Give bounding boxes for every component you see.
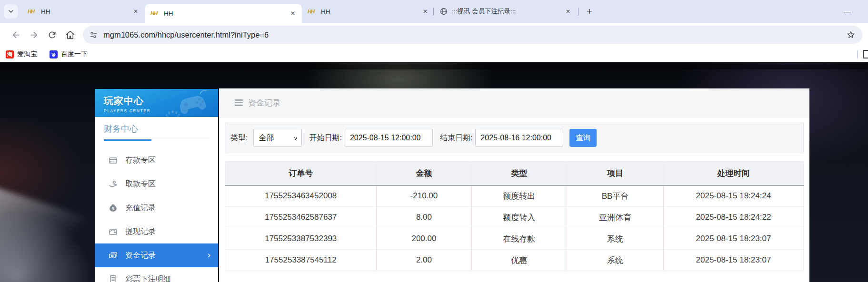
funds-icon <box>108 251 118 260</box>
column-header: 项目 <box>567 162 664 185</box>
chevron-down-icon <box>8 9 14 14</box>
column-header: 订单号 <box>225 162 377 185</box>
page-title: 资金记录 <box>248 97 280 108</box>
table-cell: 2025-08-15 18:23:07 <box>663 228 803 250</box>
type-select-value: 全部 <box>259 133 274 143</box>
browser-tab[interactable]: HH HH ✕ <box>22 0 145 23</box>
forward-icon <box>29 30 39 40</box>
address-bar[interactable]: mgm1065.com/hhcp/usercenter.html?iniType… <box>83 26 862 44</box>
table-cell: 2025-08-15 18:23:07 <box>663 250 803 271</box>
home-button[interactable] <box>61 26 79 44</box>
sidebar-item-资金记录[interactable]: 资金记录 › <box>95 243 218 267</box>
column-header: 类型 <box>471 162 567 185</box>
menu-item-label: 存款专区 <box>125 156 156 165</box>
sidebar-item-提现记录[interactable]: 提现记录 › <box>95 220 218 243</box>
tab-close-button[interactable]: ✕ <box>131 7 140 16</box>
end-date-input[interactable] <box>475 129 563 147</box>
tab-title: HH <box>41 8 131 15</box>
type-filter-label: 类型: <box>230 133 248 143</box>
funds-record-table: 订单号金额类型项目处理时间 1755253463452008-210.00额度转… <box>225 161 804 271</box>
globe-icon <box>440 8 448 15</box>
menu-item-label: 资金记录 <box>125 251 156 261</box>
deposit-card-icon <box>108 156 118 165</box>
hh-gold-icon: HH <box>28 8 37 15</box>
sidebar-menu: 存款专区 › 取款专区 › ¥ 充值记录 › 提现记录 › 资金记录 › 彩票下… <box>95 148 218 282</box>
baidu-paw-icon <box>50 50 58 58</box>
table-row: 1755253463452008-210.00额度转出BB平台2025-08-1… <box>225 185 804 207</box>
sidebar-item-彩票下注明细[interactable]: 彩票下注明细 › <box>95 267 218 282</box>
tab-search-button[interactable] <box>4 4 18 19</box>
table-cell: 1755253463452008 <box>225 185 377 207</box>
table-cell: 额度转入 <box>471 207 567 228</box>
table-cell: 在线存款 <box>471 228 567 250</box>
table-cell: 优惠 <box>471 250 567 271</box>
bookmark-star-icon[interactable] <box>846 30 856 39</box>
table-cell: 1755253462587637 <box>225 207 377 228</box>
bookmarks-bar-right <box>857 47 868 62</box>
window-controls: — <box>844 7 868 16</box>
type-select[interactable]: 全部 ∨ <box>253 129 302 147</box>
new-tab-button[interactable]: + <box>582 4 597 19</box>
window-minimize-button[interactable]: — <box>844 7 851 15</box>
browser-tab[interactable]: HH HH ✕ <box>145 4 302 23</box>
menu-item-label: 彩票下注明细 <box>125 274 171 282</box>
table-cell: 亚洲体育 <box>567 207 664 228</box>
svg-text:¥: ¥ <box>111 206 114 210</box>
tab-title: :::视讯 会员下注纪录::: <box>452 7 564 16</box>
background-blur-shape <box>0 186 102 282</box>
lottery-list-icon <box>108 274 118 282</box>
moneybag-icon: ¥ <box>108 203 118 213</box>
forward-button[interactable] <box>25 26 43 44</box>
back-icon <box>11 30 21 40</box>
menu-toggle-icon[interactable] <box>235 98 243 107</box>
section-divider-accent <box>104 139 151 141</box>
home-icon <box>65 30 75 40</box>
hh-gold-icon: HH <box>308 8 317 15</box>
menu-item-label: 提现记录 <box>125 227 156 237</box>
tab-strip-divider <box>578 8 579 16</box>
reload-button[interactable] <box>43 26 61 44</box>
sidebar-section: 财务中心 <box>95 117 218 140</box>
column-header: 处理时间 <box>663 162 803 185</box>
tab-close-button[interactable]: ✕ <box>564 7 572 16</box>
table-cell: 系统 <box>567 250 664 271</box>
sidebar-section-label: 财务中心 <box>104 124 138 134</box>
url-text[interactable]: mgm1065.com/hhcp/usercenter.html?iniType… <box>103 30 846 39</box>
browser-toolbar: mgm1065.com/hhcp/usercenter.html?iniType… <box>0 23 868 47</box>
sidebar-item-取款专区[interactable]: 取款专区 › <box>95 172 218 196</box>
bookmark-item[interactable]: 百度一下 <box>50 50 88 58</box>
page-background: 玩家中心 PLAYERS CENTER 财务中心 <box>0 62 868 282</box>
table-row: 1755253387532393200.00在线存款系统2025-08-15 1… <box>225 228 804 250</box>
main-header: 资金记录 <box>219 88 809 117</box>
side-panel-icon[interactable] <box>863 50 868 58</box>
tab-bar: HH HH ✕ HH HH ✕ HH HH ✕ :::视讯 会员下注纪录::: … <box>0 0 868 23</box>
bookmark-label: 爱淘宝 <box>17 50 37 58</box>
tab-title: HH <box>321 8 421 15</box>
back-button[interactable] <box>7 26 25 44</box>
chevron-right-icon: › <box>208 250 210 260</box>
column-header: 金额 <box>377 162 471 185</box>
sidebar-item-存款专区[interactable]: 存款专区 › <box>95 148 218 172</box>
table-cell: 系统 <box>567 228 664 250</box>
tab-close-button[interactable]: ✕ <box>421 7 429 16</box>
tab-close-button[interactable]: ✕ <box>289 9 297 18</box>
sidebar-item-充值记录[interactable]: ¥ 充值记录 › <box>95 196 218 220</box>
wallet-icon <box>108 227 118 236</box>
table-cell: BB平台 <box>567 185 664 207</box>
search-button[interactable]: 查询 <box>569 129 597 147</box>
browser-tab[interactable]: HH HH ✕ <box>302 0 434 23</box>
filter-panel: 类型: 全部 ∨ 开始日期: 结束日期: 查询 <box>225 123 804 153</box>
table-cell: 2025-08-15 18:24:22 <box>663 207 803 228</box>
bookmark-item[interactable]: 淘 爱淘宝 <box>6 50 37 58</box>
start-date-input[interactable] <box>345 129 433 147</box>
bookmark-label: 百度一下 <box>61 50 88 58</box>
table-cell: 额度转出 <box>471 185 567 207</box>
site-info-icon <box>90 31 98 39</box>
select-caret-icon: ∨ <box>293 135 298 141</box>
bookmarks-bar: 淘 爱淘宝 百度一下 <box>0 47 868 62</box>
table-cell: -210.00 <box>377 185 471 207</box>
table-cell: 1755253387532393 <box>225 228 377 250</box>
table-cell: 1755253387545112 <box>225 250 377 271</box>
browser-tab[interactable]: :::视讯 会员下注纪录::: ✕ <box>434 0 577 23</box>
player-center-sidebar: 玩家中心 PLAYERS CENTER 财务中心 <box>95 89 218 282</box>
